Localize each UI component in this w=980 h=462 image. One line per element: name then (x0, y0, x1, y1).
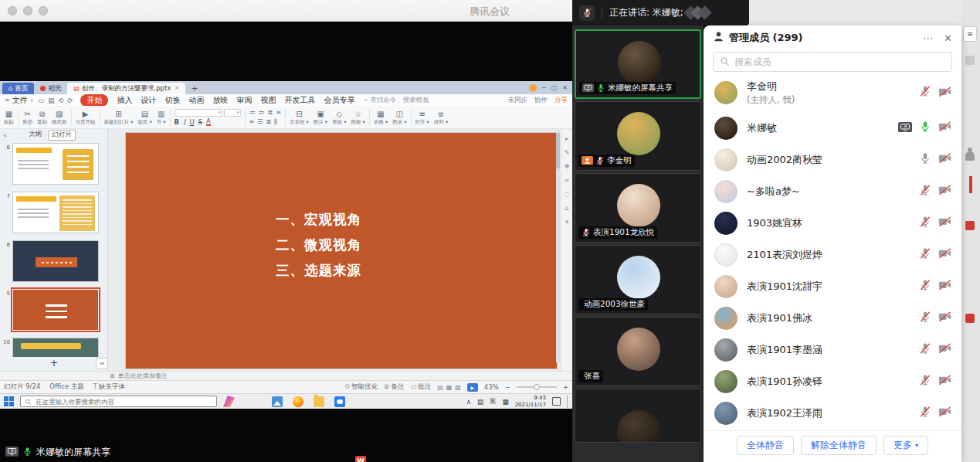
view-mode-buttons[interactable]: ▤▦▧ (437, 384, 461, 391)
ribbon-tab-4[interactable]: 动画 (188, 95, 204, 106)
mic-muted-icon[interactable] (919, 406, 931, 421)
close-tab-icon[interactable]: ✕ (175, 83, 179, 94)
slide-thumbnail-9[interactable]: 9 (0, 289, 108, 331)
video-tile-张嘉[interactable]: 张嘉 (575, 317, 701, 386)
view-mode-icon[interactable]: ▦ (446, 384, 453, 391)
new-tab-button[interactable]: + (191, 83, 198, 94)
zoom-slider[interactable] (517, 386, 557, 388)
mic-muted-icon[interactable] (919, 374, 931, 389)
mic-muted-icon[interactable] (579, 5, 595, 21)
quick-icon[interactable]: ⟲ (58, 97, 63, 104)
mic-muted-icon[interactable] (919, 216, 931, 231)
mic-muted-icon[interactable] (919, 247, 931, 263)
camera-off-icon[interactable] (938, 311, 951, 325)
zoom-out-button[interactable]: − (505, 383, 510, 391)
toolbar-新建幻灯片[interactable]: ⊞新建幻灯片 ▾ (102, 106, 136, 129)
format-S-button[interactable]: S (198, 118, 202, 126)
quick-access-toolbar[interactable]: ▭▤⟲⟳ (38, 97, 73, 104)
member-row[interactable]: 表演1901李墨涵 (704, 334, 961, 365)
quick-icon[interactable]: ⟳ (67, 97, 73, 104)
camera-off-icon[interactable] (938, 86, 951, 100)
wps-side-toolbar[interactable]: ▸✎❖≡◌⌂✦ (561, 129, 572, 371)
toolbar-文本框[interactable]: ⊟文本框 ▾ (287, 106, 311, 129)
traffic-lights[interactable] (8, 6, 48, 15)
toolbar-节[interactable]: ▥节 ▾ (154, 106, 168, 129)
view-mode-icon[interactable]: ▤ (437, 384, 443, 391)
video-tile-李金明[interactable]: 李金明 (575, 101, 701, 171)
member-row[interactable]: 表演1901沈甜宇 (704, 270, 961, 302)
mic-muted-icon[interactable] (919, 311, 931, 326)
tray-note-icon[interactable]: ▦ (503, 398, 509, 406)
taskbar-clock[interactable]: 9:43 2021/11/17 (515, 395, 546, 409)
status-item[interactable]: T缺失字体 (93, 382, 125, 392)
current-slide[interactable]: 一、宏观视角二、微观视角三、选题来源 (126, 133, 557, 369)
hamburger-menu-icon[interactable]: ≡ (963, 26, 977, 42)
member-row[interactable]: 2101表演刘煜烨 (704, 239, 961, 270)
zoom-in-button[interactable]: + (563, 383, 568, 391)
toolbar-对齐[interactable]: ≡对齐 ▾ (413, 106, 432, 129)
mic-icon[interactable] (919, 152, 931, 168)
wps-account-avatar[interactable] (529, 84, 537, 92)
more-options-icon[interactable]: ⋯ (923, 32, 933, 44)
action-center-icon[interactable] (552, 397, 561, 406)
camera-off-icon[interactable] (938, 406, 951, 420)
paragraph-cluster[interactable]: ≔≕≣≡≡☰≣⫼ (247, 109, 283, 126)
member-row[interactable]: 表演1901孙凌铎 (704, 365, 961, 397)
member-search-input[interactable] (734, 56, 945, 67)
mic-muted-icon[interactable] (919, 85, 931, 100)
menu-action-2[interactable]: 分享 (554, 96, 568, 105)
wps-document-tab[interactable]: ▤创作、录制的方法暨要求.pptx✕ (67, 83, 185, 94)
menu-action-1[interactable]: 协作 (534, 96, 548, 105)
toolbar-形状[interactable]: ◇形状 ▾ (330, 106, 348, 129)
minimize-window-icon[interactable] (23, 6, 32, 15)
video-tile[interactable] (575, 389, 701, 443)
member-row[interactable]: 动画2002蔺秋莹 (704, 144, 961, 175)
toolbar-表格[interactable]: ▦表格 ▾ (371, 106, 390, 129)
slide-thumbnail-8[interactable]: 8 (0, 240, 108, 282)
close-panel-icon[interactable]: ✕ (944, 32, 952, 44)
camera-off-icon[interactable] (938, 247, 951, 262)
ribbon-tab-9[interactable]: 会员专享 (324, 95, 354, 106)
taskbar-search[interactable] (20, 396, 217, 407)
member-row[interactable]: 表演1902王泽雨 (704, 397, 961, 429)
toolbar-复制[interactable]: ⧉复制 (35, 106, 49, 129)
ribbon-tab-8[interactable]: 开发工具 (284, 95, 315, 106)
quick-icon[interactable]: ▭ (38, 97, 44, 104)
canvas-scrollbar[interactable] (556, 131, 560, 362)
file-menu[interactable]: ≡文件∨ (5, 95, 33, 106)
video-tile-米娜敏的屏幕共享[interactable]: 米娜敏的屏幕共享 (575, 29, 701, 99)
tray-folder-icon[interactable]: ▤ (477, 398, 483, 406)
photos-app-icon[interactable] (272, 396, 283, 407)
wps-home-tab[interactable]: ⌂首页 (2, 83, 34, 94)
toolbar-图表[interactable]: ◫图表 ▾ (390, 106, 409, 129)
wps-docer-tab[interactable]: 稻壳 (34, 83, 67, 94)
video-tile-动画2003徐世豪[interactable]: 动画2003徐世豪 (575, 245, 701, 314)
footer-button-0[interactable]: 全体静音 (737, 436, 794, 455)
status-action[interactable]: ⊙智能优化 (344, 382, 378, 392)
ribbon-tab-7[interactable]: 视图 (260, 95, 276, 106)
find-command[interactable]: ⌕查找命令、搜索模板 (364, 96, 429, 105)
zoom-window-icon[interactable] (39, 6, 48, 15)
ribbon-tab-3[interactable]: 切换 (164, 95, 180, 106)
toolbar-当页开始[interactable]: ▶当页开始 (73, 106, 98, 129)
format-A-button[interactable]: A (206, 118, 211, 126)
toolbar-排列[interactable]: ⧈排列 ▾ (432, 106, 450, 129)
slide-thumbnail-7[interactable]: 7 (0, 192, 108, 233)
mic-muted-icon[interactable] (919, 342, 931, 358)
ribbon-tab-0[interactable]: 开始 (80, 94, 108, 107)
show-desktop-button[interactable] (567, 396, 568, 408)
member-search-box[interactable] (713, 52, 952, 72)
view-mode-icon[interactable]: ▧ (455, 384, 461, 391)
camera-off-icon[interactable] (938, 184, 951, 199)
member-row[interactable]: 1903姚宜林 (704, 207, 961, 239)
taskbar-search-input[interactable] (36, 398, 205, 406)
footer-button-1[interactable]: 解除全体静音 (801, 436, 877, 455)
tab-outline[interactable]: 大纲 (29, 130, 42, 141)
ribbon-tab-6[interactable]: 审阅 (236, 95, 252, 106)
collapse-panel-icon[interactable]: « (3, 131, 7, 139)
member-row[interactable]: ~多啦a梦~ (704, 175, 961, 207)
ime-assistant-icon[interactable] (223, 396, 235, 407)
toolbar-版式[interactable]: ▤版式 ▾ (135, 106, 154, 129)
toolbar-格式刷[interactable]: ▨格式刷 (49, 106, 70, 129)
toolbar-剪切[interactable]: ✂剪切 (20, 106, 35, 129)
